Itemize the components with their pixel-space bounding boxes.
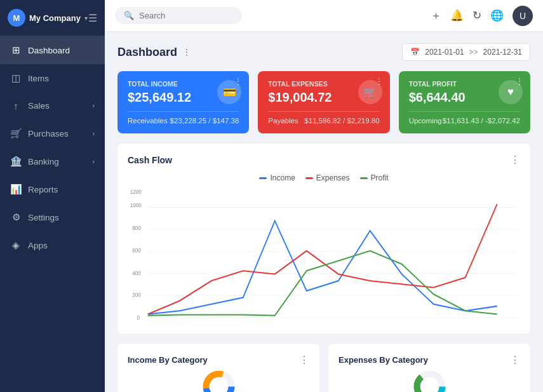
dashboard-icon: ⊞ — [10, 44, 22, 56]
nav-items: ⊞ Dashboard ◫ Items ↑ Sales › 🛒 Purchase… — [0, 36, 105, 259]
calendar-icon: 📅 — [410, 48, 420, 57]
sidebar-item-sales[interactable]: ↑ Sales › — [0, 92, 105, 119]
kpi-card-profit: ⋮ ♥ TOTAL PROFIT $6,644.40 Upcoming $11,… — [399, 71, 530, 133]
sidebar-item-banking[interactable]: 🏦 Banking › — [0, 147, 105, 175]
kpi-row: ⋮ 💳 TOTAL INCOME $25,649.12 Receivables … — [117, 71, 530, 133]
apps-icon: ◈ — [10, 240, 22, 251]
expenses-category-title: Expenses By Category — [339, 355, 428, 365]
income-category-title: Income By Category — [128, 355, 208, 365]
cashflow-chart-card: Cash Flow ⋮ Income Expenses Profit — [117, 144, 530, 334]
profit-legend-dot — [360, 177, 368, 179]
profit-legend-label: Profit — [371, 173, 389, 182]
cashflow-title: Cash Flow — [128, 155, 172, 165]
expenses-line — [148, 204, 497, 314]
refresh-icon[interactable]: ↻ — [473, 9, 481, 22]
kpi-income-sub: Receivables $23,228.25 / $147.38 — [128, 111, 239, 125]
company-name: My Company — [29, 13, 81, 23]
sidebar: M My Company ▾ ☰ ⊞ Dashboard ◫ Items ↑ S… — [0, 0, 105, 392]
add-icon[interactable]: ＋ — [431, 8, 441, 23]
main-content: 🔍 ＋ 🔔 ↻ 🌐 U Dashboard ⋮ 📅 2021-01-01 >> — [105, 0, 543, 392]
cashflow-svg: 0 200 400 600 800 1000 1200 Jan 2021 Feb… — [128, 187, 520, 321]
income-category-options[interactable]: ⋮ — [299, 354, 309, 366]
kpi-income-label: TOTAL INCOME — [128, 80, 239, 88]
date-range-picker[interactable]: 📅 2021-01-01 >> 2021-12-31 — [402, 43, 530, 61]
kpi-expenses-sub-label: Payables — [268, 117, 298, 125]
sidebar-header: M My Company ▾ ☰ — [0, 0, 105, 36]
kpi-profit-sub-value: $11,631.43 / -$2,072.42 — [443, 117, 520, 125]
sidebar-item-settings[interactable]: ⚙ Settings — [0, 203, 105, 231]
sidebar-item-label: Dashboard — [28, 46, 70, 55]
heart-icon: ♥ — [507, 86, 514, 98]
chevron-right-icon: › — [93, 158, 95, 165]
kpi-expenses-sub-value: $11,596.82 / $2,219.80 — [304, 117, 379, 125]
kpi-expenses-sub: Payables $11,596.82 / $2,219.80 — [268, 111, 379, 125]
avatar[interactable]: U — [513, 6, 533, 26]
svg-text:400: 400 — [132, 269, 141, 276]
dashboard-options-icon[interactable]: ⋮ — [182, 47, 191, 57]
svg-text:0: 0 — [137, 314, 140, 321]
dashboard-header: Dashboard ⋮ 📅 2021-01-01 >> 2021-12-31 — [117, 43, 530, 61]
topbar-actions: ＋ 🔔 ↻ 🌐 U — [431, 6, 533, 26]
expenses-donut-chart — [412, 369, 447, 392]
kpi-profit-sub: Upcoming $11,631.43 / -$2,072.42 — [409, 111, 520, 125]
items-icon: ◫ — [10, 72, 22, 84]
kpi-profit-label: TOTAL PROFIT — [409, 80, 520, 88]
cashflow-options-icon[interactable]: ⋮ — [510, 154, 520, 166]
expenses-category-options[interactable]: ⋮ — [510, 354, 520, 366]
chevron-right-icon: › — [93, 102, 95, 109]
income-donut-chart — [201, 369, 236, 392]
expenses-by-category-card: Expenses By Category ⋮ — [328, 344, 530, 392]
reports-icon: 📊 — [10, 184, 22, 195]
sidebar-item-label: Sales — [28, 101, 50, 111]
sidebar-item-dashboard[interactable]: ⊞ Dashboard — [0, 36, 105, 64]
sidebar-item-purchases[interactable]: 🛒 Purchases › — [0, 119, 105, 147]
company-logo-icon: M — [8, 9, 25, 27]
svg-text:200: 200 — [132, 292, 141, 299]
sidebar-item-apps[interactable]: ◈ Apps — [0, 231, 105, 259]
avatar-initials: U — [520, 11, 526, 21]
purchases-icon: 🛒 — [10, 128, 22, 139]
legend-profit: Profit — [360, 173, 389, 182]
cashflow-header: Cash Flow ⋮ — [128, 154, 520, 166]
settings-icon: ⚙ — [10, 212, 22, 223]
expenses-category-chart — [339, 372, 520, 392]
income-category-header: Income By Category ⋮ — [128, 354, 309, 366]
svg-text:800: 800 — [132, 225, 141, 232]
search-input[interactable] — [139, 11, 233, 20]
dashboard-title-row: Dashboard ⋮ — [117, 46, 191, 59]
search-box[interactable]: 🔍 — [115, 7, 242, 24]
date-end: 2021-12-31 — [483, 48, 522, 57]
sidebar-item-items[interactable]: ◫ Items — [0, 64, 105, 92]
svg-text:1200: 1200 — [130, 189, 142, 196]
chevron-down-icon: ▾ — [84, 15, 88, 22]
topbar: 🔍 ＋ 🔔 ↻ 🌐 U — [105, 0, 543, 32]
company-logo-area[interactable]: M My Company ▾ — [8, 9, 88, 27]
sidebar-item-label: Settings — [28, 213, 59, 222]
hamburger-icon[interactable]: ☰ — [88, 12, 97, 24]
notification-icon[interactable]: 🔔 — [450, 9, 464, 22]
expenses-category-header: Expenses By Category ⋮ — [339, 354, 520, 366]
date-range-arrow: >> — [469, 48, 478, 57]
chevron-right-icon: › — [93, 130, 95, 137]
income-legend-dot — [259, 177, 267, 179]
income-by-category-card: Income By Category ⋮ — [117, 344, 319, 392]
sidebar-item-label: Banking — [28, 157, 59, 166]
income-category-chart — [128, 372, 309, 392]
sidebar-item-label: Items — [28, 74, 49, 83]
expenses-legend-dot — [305, 177, 313, 179]
page-title: Dashboard — [117, 46, 177, 59]
content-area: Dashboard ⋮ 📅 2021-01-01 >> 2021-12-31 ⋮… — [105, 32, 543, 392]
chart-legend: Income Expenses Profit — [128, 173, 520, 182]
sidebar-item-label: Apps — [28, 241, 48, 250]
legend-income: Income — [259, 173, 295, 182]
sidebar-item-label: Purchases — [28, 129, 69, 139]
kpi-income-sub-value: $23,228.25 / $147.38 — [170, 117, 239, 125]
kpi-card-expenses: ⋮ 🛒 TOTAL EXPENSES $19,004.72 Payables $… — [258, 71, 389, 133]
date-start: 2021-01-01 — [425, 48, 464, 57]
legend-expenses: Expenses — [305, 173, 350, 182]
svg-text:600: 600 — [132, 247, 141, 253]
globe-icon[interactable]: 🌐 — [490, 9, 504, 22]
sidebar-item-reports[interactable]: 📊 Reports — [0, 175, 105, 203]
kpi-card-income: ⋮ 💳 TOTAL INCOME $25,649.12 Receivables … — [117, 71, 249, 133]
kpi-income-sub-label: Receivables — [128, 117, 168, 125]
